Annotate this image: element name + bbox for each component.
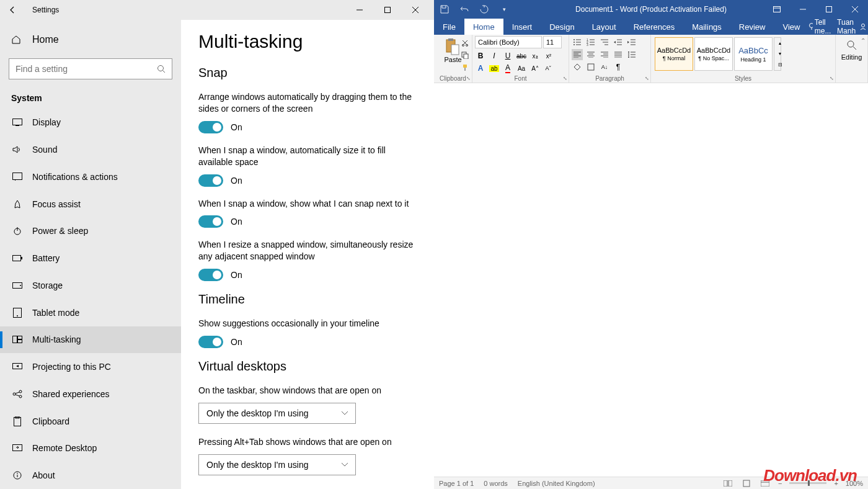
vd-opt2-dropdown[interactable]: Only the desktop I'm using — [198, 454, 356, 475]
italic-button[interactable]: I — [489, 50, 500, 61]
status-language[interactable]: English (United Kingdom) — [518, 480, 595, 487]
nav-power-sleep[interactable]: Power & sleep — [0, 218, 181, 245]
nav-battery[interactable]: Battery — [0, 244, 181, 272]
timeline-opt1-toggle[interactable] — [198, 336, 223, 348]
snap-opt1-toggle[interactable] — [198, 121, 223, 133]
view-web[interactable] — [760, 478, 771, 489]
decrease-indent-button[interactable] — [613, 37, 624, 48]
word-minimize-button[interactable] — [790, 0, 816, 19]
zoom-slider[interactable] — [789, 482, 826, 484]
tab-insert[interactable]: Insert — [503, 19, 541, 35]
tab-view[interactable]: View — [774, 19, 808, 35]
font-name-select[interactable]: Calibri (Body) — [475, 36, 542, 48]
font-size-select[interactable]: 11 — [543, 36, 562, 48]
format-painter-button[interactable] — [459, 62, 471, 73]
grow-font-button[interactable]: A˄ — [529, 63, 541, 74]
superscript-button[interactable]: x² — [543, 50, 554, 61]
tab-design[interactable]: Design — [541, 19, 583, 35]
numbering-button[interactable]: 123 — [585, 37, 596, 48]
vd-opt1-dropdown[interactable]: Only the desktop I'm using — [198, 403, 356, 424]
nav-shared-experiences[interactable]: Shared experiences — [0, 380, 181, 408]
strikethrough-button[interactable]: abc — [516, 50, 527, 61]
align-left-button[interactable] — [572, 49, 583, 60]
show-marks-button[interactable]: ¶ — [613, 61, 624, 73]
change-case-button[interactable]: Aa — [516, 63, 527, 74]
tab-layout[interactable]: Layout — [583, 19, 625, 35]
nav-clipboard[interactable]: Clipboard — [0, 408, 181, 435]
word-close-button[interactable] — [842, 0, 868, 19]
tab-file[interactable]: File — [434, 19, 464, 35]
shading-button[interactable] — [572, 61, 583, 73]
status-words[interactable]: 0 words — [484, 480, 508, 487]
shrink-font-button[interactable]: A˅ — [543, 63, 554, 74]
view-print[interactable] — [741, 478, 752, 489]
cut-button[interactable] — [459, 37, 471, 48]
multilevel-button[interactable] — [599, 37, 610, 48]
snap-opt4-toggle[interactable] — [198, 269, 223, 281]
line-spacing-button[interactable] — [626, 49, 637, 60]
styles-scroll-up[interactable]: ▴ — [774, 38, 786, 48]
zoom-value[interactable]: 100% — [846, 480, 863, 487]
status-page[interactable]: Page 1 of 1 — [439, 480, 474, 487]
tab-home[interactable]: Home — [464, 19, 503, 35]
close-button[interactable] — [401, 0, 429, 20]
nav-focus-assist[interactable]: Focus assist — [0, 191, 181, 218]
font-color-button[interactable]: A — [502, 63, 513, 74]
nav-remote-desktop[interactable]: Remote Desktop — [0, 435, 181, 462]
tab-review[interactable]: Review — [730, 19, 774, 35]
redo-button[interactable] — [479, 4, 490, 15]
tab-references[interactable]: References — [625, 19, 683, 35]
subscript-button[interactable]: x₂ — [529, 50, 541, 61]
nav-multi-tasking[interactable]: Multi-tasking — [0, 326, 181, 354]
settings-content[interactable]: Multi-tasking Snap Arrange windows autom… — [181, 20, 434, 489]
justify-button[interactable] — [613, 49, 624, 60]
nav-storage[interactable]: Storage — [0, 272, 181, 299]
share-button[interactable]: Share — [859, 22, 868, 31]
borders-button[interactable] — [585, 61, 596, 73]
align-center-button[interactable] — [585, 49, 596, 60]
snap-opt3-toggle[interactable] — [198, 215, 223, 228]
sidebar-home[interactable]: Home — [0, 26, 181, 53]
collapse-ribbon[interactable]: ⌃ — [861, 37, 866, 44]
increase-indent-button[interactable] — [626, 37, 637, 48]
document-area[interactable] — [434, 83, 868, 477]
style-heading1[interactable]: AaBbCcHeading 1 — [734, 37, 773, 71]
maximize-button[interactable] — [373, 0, 401, 20]
snap-opt2-toggle[interactable] — [198, 174, 223, 187]
copy-button[interactable] — [459, 50, 471, 61]
style-no-spacing[interactable]: AaBbCcDd¶ No Spac... — [694, 37, 733, 71]
zoom-out[interactable]: − — [778, 480, 782, 487]
clipboard-expand[interactable]: ⤡ — [466, 76, 471, 81]
word-maximize-button[interactable] — [816, 0, 842, 19]
sort-button[interactable]: A↓ — [599, 61, 610, 73]
search-box[interactable] — [9, 58, 172, 79]
styles-more[interactable]: ⊟ — [774, 60, 786, 70]
zoom-in[interactable]: + — [834, 480, 838, 487]
user-name[interactable]: Tuan Manh — [837, 18, 856, 35]
view-read[interactable] — [722, 478, 733, 489]
nav-projecting[interactable]: Projecting to this PC — [0, 353, 181, 380]
nav-display[interactable]: Display — [0, 109, 181, 137]
undo-button[interactable] — [459, 4, 470, 15]
ribbon-display-button[interactable] — [764, 0, 790, 19]
minimize-button[interactable] — [345, 0, 373, 20]
nav-about[interactable]: About — [0, 462, 181, 489]
font-expand[interactable]: ⤡ — [563, 76, 567, 81]
text-effects-button[interactable]: A — [475, 63, 486, 74]
qa-customize[interactable]: ▾ — [498, 4, 510, 15]
styles-expand[interactable]: ⤡ — [830, 76, 834, 81]
highlight-button[interactable]: ab — [489, 63, 500, 74]
save-button[interactable] — [439, 4, 450, 15]
bullets-button[interactable] — [572, 37, 583, 48]
find-button[interactable] — [846, 36, 857, 51]
styles-scroll-down[interactable]: ▾ — [774, 48, 786, 59]
underline-button[interactable]: U — [502, 50, 513, 61]
bold-button[interactable]: B — [475, 50, 486, 61]
nav-sound[interactable]: Sound — [0, 136, 181, 163]
nav-notifications[interactable]: Notifications & actions — [0, 163, 181, 191]
style-normal[interactable]: AaBbCcDd¶ Normal — [655, 37, 693, 71]
back-button[interactable] — [5, 2, 20, 17]
search-input[interactable] — [16, 64, 157, 74]
nav-tablet-mode[interactable]: Tablet mode — [0, 299, 181, 326]
paragraph-expand[interactable]: ⤡ — [645, 76, 649, 81]
